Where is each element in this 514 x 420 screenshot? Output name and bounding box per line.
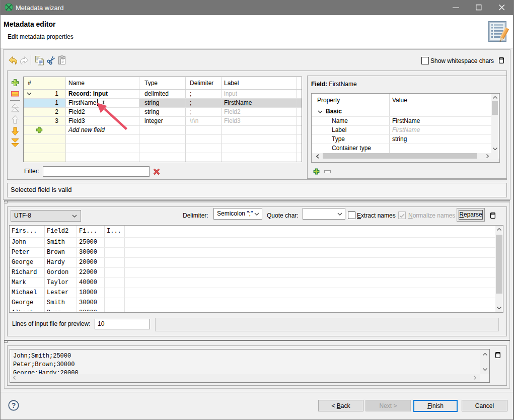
- svg-text:?: ?: [12, 401, 16, 409]
